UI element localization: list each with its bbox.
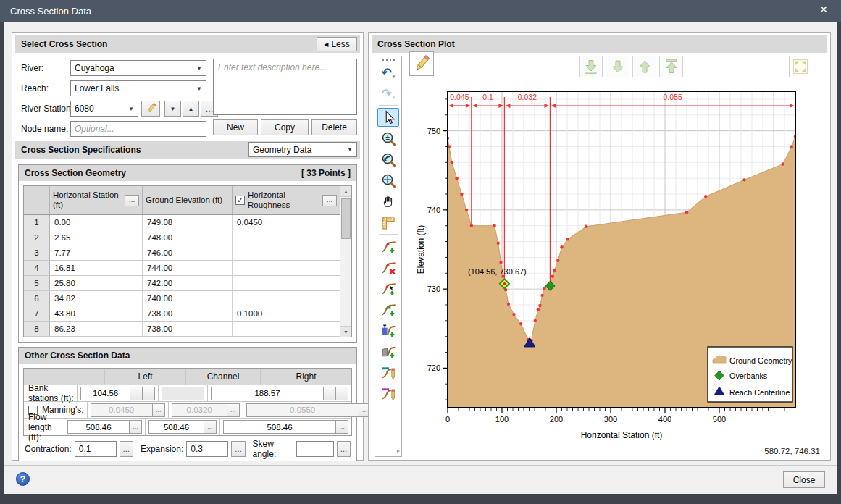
next-upstream-button[interactable] — [632, 56, 656, 77]
flow-left-more-button[interactable]: … — [130, 420, 142, 434]
station-up-button[interactable]: ▲ — [183, 101, 199, 117]
table-cell[interactable]: 749.08 — [143, 215, 233, 230]
profile-point[interactable] — [685, 211, 688, 214]
profile-point[interactable] — [465, 209, 468, 211]
table-cell[interactable] — [233, 245, 340, 260]
add-levee-tool-button[interactable] — [377, 300, 399, 319]
right-bank-pick-button[interactable]: … — [324, 387, 336, 400]
table-cell[interactable]: 25.80 — [50, 276, 143, 290]
table-cell[interactable]: 740.00 — [143, 291, 233, 306]
flow-right-more-button[interactable]: … — [336, 420, 348, 434]
table-cell[interactable] — [233, 291, 340, 306]
scrollbar-track[interactable] — [340, 197, 351, 326]
edit-centerline-tool-button[interactable] — [377, 384, 399, 403]
profile-point[interactable] — [742, 178, 745, 181]
expansion-input[interactable] — [186, 441, 228, 457]
expansion-more-button[interactable]: … — [231, 441, 245, 457]
left-bank-pick-button[interactable]: … — [130, 387, 143, 400]
profile-point[interactable] — [537, 308, 540, 311]
roughness-column-more-button[interactable]: … — [322, 195, 337, 206]
new-button[interactable]: New — [213, 119, 258, 135]
flow-channel-more-button[interactable]: … — [204, 420, 217, 434]
jump-downstream-button[interactable] — [579, 56, 603, 77]
delete-button[interactable]: Delete — [311, 119, 357, 135]
table-cell[interactable] — [233, 261, 340, 275]
profile-point[interactable] — [538, 304, 541, 307]
left-bank-more-button[interactable]: … — [143, 387, 155, 400]
profile-point[interactable] — [553, 269, 556, 272]
zoom-previous-tool-button[interactable] — [377, 150, 399, 169]
table-row[interactable]: 886.23738.00 — [24, 322, 340, 337]
profile-point[interactable] — [540, 294, 543, 297]
table-cell[interactable]: 86.23 — [50, 322, 143, 336]
mannings-left-more-button[interactable]: … — [153, 403, 165, 417]
reach-select[interactable]: Lower Falls ▼ — [70, 80, 206, 96]
profile-point[interactable] — [790, 145, 793, 148]
table-cell[interactable]: 748.00 — [143, 230, 233, 245]
geometry-table-scrollbar[interactable]: ▲ ▼ — [340, 186, 351, 337]
left-bank-input[interactable] — [80, 387, 130, 400]
table-row[interactable]: 743.80738.000.1000 — [24, 306, 340, 322]
roughness-checkbox[interactable]: ✓ — [235, 196, 245, 205]
redo-button[interactable]: ↷ ▾ — [377, 84, 399, 103]
table-row[interactable]: 634.82740.00 — [24, 291, 340, 306]
flow-left-input[interactable] — [67, 420, 130, 434]
edit-bank-stations-tool-button[interactable] — [377, 363, 399, 382]
toolbar-collapse-icon[interactable]: ▸ — [397, 448, 400, 454]
title-bar[interactable]: Cross Section Data ✕ — [0, 0, 841, 22]
mannings-channel-more-button[interactable]: … — [227, 403, 240, 417]
profile-point[interactable] — [451, 161, 453, 164]
river-station-select[interactable]: 6080 ▼ — [70, 101, 138, 117]
table-cell[interactable]: 744.00 — [143, 261, 233, 275]
contraction-input[interactable] — [75, 441, 117, 457]
table-row[interactable]: 22.65748.00 — [24, 230, 340, 245]
scroll-down-button[interactable]: ▼ — [340, 326, 351, 337]
table-cell[interactable]: 746.00 — [143, 245, 233, 260]
table-cell[interactable]: 16.81 — [50, 261, 143, 275]
table-cell[interactable]: 742.00 — [143, 276, 233, 290]
zoom-in-out-tool-button[interactable]: ± — [377, 129, 399, 148]
jump-upstream-button[interactable] — [659, 56, 683, 77]
pointer-tool-button[interactable] — [377, 108, 399, 127]
measure-tool-button[interactable] — [377, 213, 399, 232]
table-row[interactable]: 10.00749.080.0450 — [24, 215, 340, 230]
profile-point[interactable] — [534, 319, 537, 322]
right-bank-input[interactable] — [211, 387, 324, 400]
next-downstream-button[interactable] — [606, 56, 629, 77]
add-point-tool-button[interactable] — [377, 237, 399, 256]
profile-point[interactable] — [556, 259, 559, 262]
table-cell[interactable]: 738.00 — [143, 306, 233, 321]
zoom-extents-tool-button[interactable] — [377, 171, 399, 190]
cross-section-plot[interactable]: 0.0450.10.0320.055(104.56, 730.67)010020… — [415, 88, 806, 442]
right-bank-more-button[interactable]: … — [336, 387, 348, 400]
profile-point[interactable] — [543, 287, 545, 290]
table-row[interactable]: 525.80742.00 — [24, 276, 340, 291]
profile-point[interactable] — [470, 224, 473, 227]
profile-point[interactable] — [507, 303, 510, 306]
profile-point[interactable] — [499, 261, 502, 264]
skew-angle-input[interactable] — [296, 441, 334, 457]
copy-button[interactable]: Copy — [261, 119, 309, 135]
mannings-channel-input[interactable] — [172, 403, 227, 417]
profile-point[interactable] — [782, 162, 784, 165]
mannings-right-input[interactable] — [246, 403, 359, 417]
profile-point[interactable] — [493, 224, 495, 227]
help-button[interactable]: ? — [16, 472, 30, 486]
add-obstruction-tool-button[interactable] — [377, 342, 399, 361]
edit-geometry-button[interactable] — [409, 51, 434, 76]
station-down-button[interactable]: ▼ — [164, 101, 181, 117]
full-extent-button[interactable] — [789, 56, 811, 77]
less-button[interactable]: ◀ Less — [317, 37, 357, 51]
table-row[interactable]: 416.81744.00 — [24, 261, 340, 276]
profile-point[interactable] — [551, 274, 554, 277]
edit-station-pencil-button[interactable] — [141, 101, 160, 117]
close-button[interactable]: Close — [783, 471, 825, 488]
table-cell[interactable] — [233, 230, 340, 245]
profile-point[interactable] — [512, 313, 515, 316]
table-cell[interactable]: 0.00 — [50, 215, 143, 230]
delete-point-tool-button[interactable] — [377, 258, 399, 277]
toolbar-grip-handle[interactable] — [382, 59, 395, 61]
description-textarea[interactable] — [213, 59, 357, 115]
profile-point[interactable] — [704, 195, 707, 198]
scrollbar-thumb[interactable] — [341, 198, 351, 239]
